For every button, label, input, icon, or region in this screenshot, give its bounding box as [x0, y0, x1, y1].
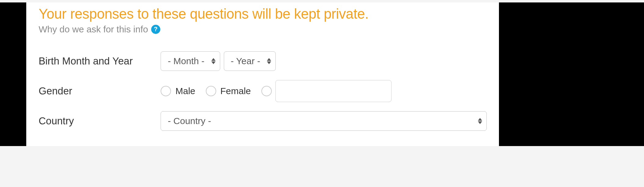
birth-label: Birth Month and Year — [38, 55, 161, 67]
gender-custom-input[interactable] — [275, 80, 391, 102]
letterbox-left — [0, 2, 26, 146]
gender-male-label: Male — [175, 86, 195, 96]
form-panel: Your responses to these questions will b… — [26, 2, 499, 146]
help-icon[interactable]: ? — [151, 25, 160, 34]
birth-month-select[interactable]: - Month - — [161, 51, 220, 71]
birth-year-value: - Year - — [231, 56, 260, 66]
country-select[interactable]: - Country - — [161, 111, 487, 131]
letterbox-right — [499, 2, 644, 146]
gender-male-radio[interactable] — [161, 86, 171, 96]
gender-custom-radio[interactable] — [261, 86, 272, 96]
gender-female-radio[interactable] — [206, 86, 216, 96]
birth-month-value: - Month - — [168, 56, 204, 66]
stepper-icon — [211, 58, 216, 64]
gender-label: Gender — [38, 85, 161, 97]
country-value: - Country - — [168, 116, 211, 126]
country-label: Country — [38, 115, 161, 127]
gender-female-label: Female — [220, 86, 251, 96]
privacy-heading: Your responses to these questions will b… — [38, 6, 487, 22]
stepper-icon — [478, 118, 482, 124]
stepper-icon — [267, 58, 271, 64]
why-info-label: Why do we ask for this info — [38, 24, 148, 35]
birth-year-select[interactable]: - Year - — [224, 51, 276, 71]
